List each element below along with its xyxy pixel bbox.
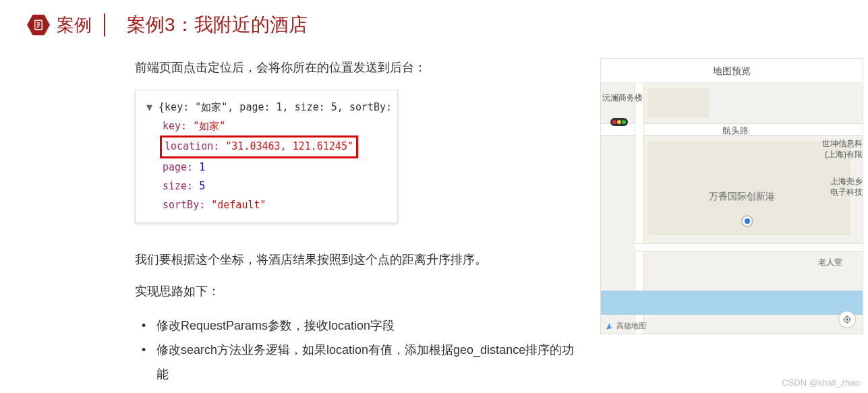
code-line-size: size: 5 [146,177,386,196]
map-label: 沅澜商务楼 [602,92,643,104]
left-column: 前端页面点击定位后，会将你所在的位置发送到后台： ▼ {key: "如家", p… [135,58,580,386]
right-column: 地图预览 沅澜商务楼 航头路 世坤信息科 (上海)有限 上海尧乡 电子科技 万香… [600,58,863,386]
map-canvas[interactable]: 沅澜商务楼 航头路 世坤信息科 (上海)有限 上海尧乡 电子科技 万香国际创新港… [601,83,863,334]
map-preview-panel: 地图预览 沅澜商务楼 航头路 世坤信息科 (上海)有限 上海尧乡 电子科技 万香… [600,58,863,334]
document-icon [27,13,50,36]
highlighted-location-line: location: "31.03463, 121.61245" [160,135,358,158]
map-label-center: 万香国际创新港 [709,191,775,203]
map-label-road: 航头路 [722,125,749,137]
map-label: 老人堂 [818,257,842,268]
content-area: 前端页面点击定位后，会将你所在的位置发送到后台： ▼ {key: "如家", p… [0,38,868,386]
map-label: (上海)有限 [825,149,863,160]
bullet-list: 修改RequestParams参数，接收location字段 修改search方… [135,313,580,386]
intro-text: 前端页面点击定位后，会将你所在的位置发送到后台： [135,58,580,78]
badge-label: 案例 [57,13,92,37]
code-line-sortby: sortBy: "default" [146,196,386,215]
bullet-item: 修改RequestParams参数，接收location字段 [139,313,580,338]
bullet-item: 修改search方法业务逻辑，如果location有值，添加根据geo_dist… [139,338,580,386]
code-line-page: page: 1 [146,158,386,177]
map-block [648,88,709,118]
code-line-object: ▼ {key: "如家", page: 1, size: 5, sortBy: [146,98,386,117]
code-line-key: key: "如家" [146,117,386,136]
traffic-light-icon [610,118,628,126]
current-location-icon[interactable] [741,215,753,227]
header-divider [104,13,105,36]
map-title: 地图预览 [601,59,863,83]
watermark: CSDN @shall_zhao [782,377,860,388]
map-road [635,243,863,251]
case-badge: 案例 [27,13,92,37]
map-label: 电子科技 [830,187,863,198]
explanation-text: 我们要根据这个坐标，将酒店结果按照到这个点的距离升序排序。 [135,250,580,270]
svg-point-5 [846,319,848,320]
amap-logo: 高德地图 [605,321,646,331]
amap-logo-text: 高德地图 [616,321,646,331]
slide-title: 案例3：我附近的酒店 [127,12,308,38]
locate-button[interactable] [838,311,856,328]
approach-heading: 实现思路如下： [135,282,580,301]
map-river [601,291,863,315]
code-panel: ▼ {key: "如家", page: 1, size: 5, sortBy: … [135,90,398,224]
slide-header: 案例 案例3：我附近的酒店 [0,0,868,38]
map-label: 世坤信息科 [822,138,863,150]
map-label: 上海尧乡 [830,176,863,187]
